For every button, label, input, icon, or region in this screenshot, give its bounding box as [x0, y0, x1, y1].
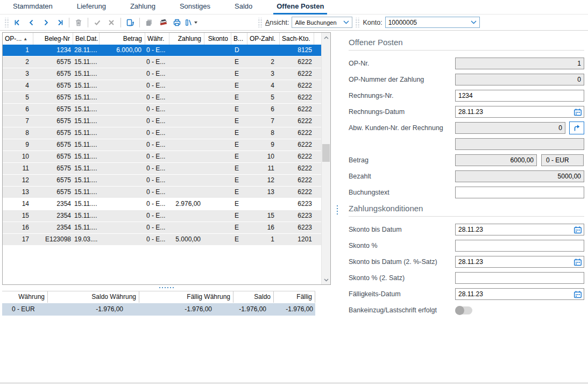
cell: E: [231, 163, 247, 174]
cell: [100, 116, 145, 127]
toolbar-drag-handle[interactable]: [355, 18, 359, 27]
vertical-splitter[interactable]: [335, 203, 339, 217]
cell: E: [231, 175, 247, 186]
cell: E: [231, 92, 247, 103]
skonto-bis-datum-field[interactable]: [455, 224, 584, 235]
field-row-op-nr: OP-Nr.: [349, 58, 584, 69]
delete-button[interactable]: [72, 16, 85, 29]
toolbar-separator: [88, 18, 88, 27]
table-row[interactable]: 13657515.11....0 - E...E136222: [3, 187, 321, 198]
journal-books-button[interactable]: [157, 16, 169, 29]
cell: [204, 234, 231, 245]
calendar-icon[interactable]: [573, 108, 583, 116]
table-row[interactable]: 3657515.11....0 - E...E36222: [3, 68, 321, 80]
table-row[interactable]: 8657515.11....0 - E...E86222: [3, 127, 321, 139]
ledger-button[interactable]: [185, 16, 197, 29]
saldo-row[interactable]: 0 - EUR-1.976,00-1.976,00-1.976,00-1.976…: [2, 303, 315, 316]
cell: 3: [247, 68, 280, 80]
skonto-prozent-control: [455, 240, 584, 252]
table-row[interactable]: 4657515.11....0 - E...E46222: [3, 80, 321, 92]
skonto-bis-datum-2-field[interactable]: [455, 256, 584, 268]
tab-zahlung[interactable]: Zahlung: [127, 0, 159, 15]
column-header-bel_dat[interactable]: Bel.Dat.: [73, 33, 100, 45]
faelligkeits-datum-field[interactable]: [455, 288, 584, 300]
toolbar-drag-handle[interactable]: [257, 18, 262, 27]
column-header-0[interactable]: Währung: [2, 291, 48, 303]
copy-button[interactable]: [143, 16, 155, 29]
table-row[interactable]: 15235415.11....0 - E...E156223: [3, 210, 321, 222]
column-header-op_nr[interactable]: OP-...▲: [3, 33, 33, 45]
vertical-scrollbar[interactable]: [321, 33, 330, 284]
ansicht-dropdown[interactable]: Alle Buchungen: [292, 17, 352, 28]
table-row[interactable]: 9657515.11....0 - E...E96222: [3, 139, 321, 151]
column-header-3[interactable]: Saldo: [233, 291, 274, 303]
section-title-offener-posten: Offener Posten: [349, 38, 584, 47]
table-row[interactable]: 1123428.11....6.000,000 - E...D8125: [3, 45, 321, 56]
previous-record-button[interactable]: [25, 16, 38, 29]
tab-sonstiges[interactable]: Sonstiges: [176, 0, 214, 15]
cell: [204, 45, 231, 56]
table-row[interactable]: 17E12309819.03....0 - E...5.000,00E11201: [3, 234, 321, 246]
rechnungs-nr-field[interactable]: [455, 90, 584, 102]
rebook-button[interactable]: [124, 16, 137, 29]
column-header-betrag[interactable]: Betrag: [100, 33, 145, 45]
tab-offene-posten[interactable]: Offene Posten: [273, 0, 327, 15]
first-record-button[interactable]: [11, 16, 24, 29]
column-header-2[interactable]: Fällig Währung: [139, 291, 233, 303]
cell: 9: [3, 139, 33, 151]
horizontal-splitter[interactable]: [2, 285, 331, 290]
column-header-beleg_nr[interactable]: Beleg-Nr: [33, 33, 73, 45]
cell: -1.976,00: [48, 303, 139, 316]
cancel-button[interactable]: [105, 16, 118, 29]
table-row[interactable]: 5657515.11....0 - E...E56222: [3, 92, 321, 104]
tab-stammdaten[interactable]: Stammdaten: [10, 0, 56, 15]
table-row[interactable]: 11657515.11....0 - E...E116222: [3, 163, 321, 175]
cell: 6575: [33, 68, 73, 80]
cell: 6223: [280, 222, 314, 233]
column-header-skonto[interactable]: Skonto: [204, 33, 231, 45]
toolbar-drag-handle[interactable]: [4, 18, 9, 27]
cell: 2: [247, 56, 280, 68]
bankeinzug-lastschrift-erfolgt-toggle[interactable]: [455, 306, 472, 314]
table-row[interactable]: 12657515.11....0 - E...E126222: [3, 175, 321, 187]
konto-combobox[interactable]: 10000005: [385, 17, 480, 28]
column-header-b[interactable]: B...: [231, 33, 247, 45]
table-row[interactable]: 2657515.11....0 - E...E26222: [3, 56, 321, 68]
scroll-up-arrow[interactable]: [322, 33, 330, 42]
column-header-waehr[interactable]: Währ.: [145, 33, 169, 45]
calendar-icon[interactable]: [573, 225, 583, 234]
table-row[interactable]: 6657515.11....0 - E...E66222: [3, 104, 321, 116]
buchungstext-field[interactable]: [455, 187, 584, 198]
column-header-4[interactable]: Fällig: [274, 291, 315, 303]
cell: 0 - E...: [145, 234, 169, 245]
confirm-button[interactable]: [91, 16, 104, 29]
table-row[interactable]: 10657515.11....0 - E...E106222: [3, 151, 321, 163]
ansicht-label: Ansicht:: [265, 19, 289, 26]
op-nr-field: [455, 58, 584, 69]
calendar-icon[interactable]: [573, 258, 583, 266]
scroll-down-arrow[interactable]: [322, 275, 330, 284]
column-header-1[interactable]: Saldo Währung: [48, 291, 139, 303]
cell: E: [231, 210, 247, 221]
tab-saldo[interactable]: Saldo: [231, 0, 256, 15]
cell: E: [231, 127, 247, 139]
calendar-icon[interactable]: [573, 290, 583, 298]
cell: 17: [3, 234, 33, 245]
last-record-button[interactable]: [53, 16, 66, 29]
skonto-prozent-2-field[interactable]: [455, 272, 584, 284]
table-row[interactable]: 7657515.11....0 - E...E76222: [3, 116, 321, 127]
table-row[interactable]: 16235415.11....0 - E...E166223: [3, 222, 321, 234]
cell: 7: [247, 116, 280, 127]
print-button[interactable]: [171, 16, 183, 29]
scrollbar-thumb[interactable]: [322, 144, 330, 162]
jump-to-account-button[interactable]: [569, 121, 584, 134]
next-record-button[interactable]: [39, 16, 52, 29]
tab-lieferung[interactable]: Lieferung: [74, 0, 109, 15]
skonto-prozent-field[interactable]: [455, 240, 584, 252]
column-header-zahlung[interactable]: Zahlung: [169, 33, 204, 45]
table-row[interactable]: 14235415.11....0 - E...2.976,00E6223: [3, 198, 321, 210]
cell: [169, 56, 204, 68]
rechnungs-datum-field[interactable]: [455, 106, 584, 118]
column-header-sach_kto[interactable]: Sach-Kto.: [280, 33, 314, 45]
column-header-op_zahl[interactable]: OP-Zahl.: [247, 33, 280, 45]
